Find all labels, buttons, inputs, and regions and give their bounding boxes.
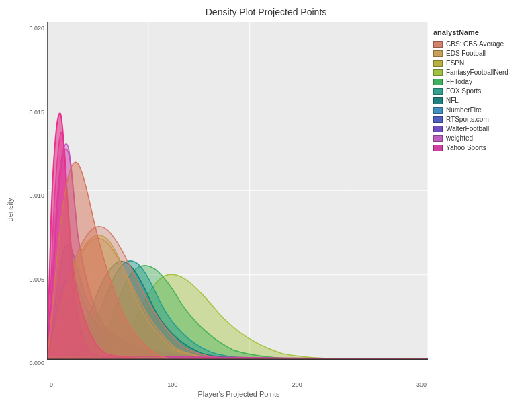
y-tick-0020: 0.020 <box>29 25 44 32</box>
chart-container: Density Plot Projected Points density 0.… <box>0 0 532 398</box>
legend-label-text: NFL <box>446 97 459 104</box>
legend-item: FOX Sports <box>433 87 527 95</box>
legend-label-text: RTSports.com <box>446 116 489 123</box>
y-axis-label-container: density <box>0 22 20 398</box>
legend-item: FantasyFootballNerd <box>433 69 527 76</box>
legend-color-swatch <box>433 60 443 67</box>
legend-label-text: FFToday <box>446 78 472 85</box>
legend-label-text: NumberFire <box>446 106 482 114</box>
legend-label-text: Yahoo Sports <box>446 144 486 151</box>
legend-color-swatch <box>433 126 443 132</box>
x-tick-200: 200 <box>292 381 302 388</box>
y-tick-0015: 0.015 <box>29 109 44 116</box>
chart-body: density 0.020 0.015 0.010 0.005 0.000 <box>0 22 532 398</box>
legend-item: WalterFootball <box>433 125 527 132</box>
legend-label-text: weighted <box>446 134 473 142</box>
legend-item: ESPN <box>433 59 527 67</box>
legend-title: analystName <box>433 28 527 36</box>
legend-color-swatch <box>433 50 443 57</box>
legend-label-text: CBS: CBS Average <box>446 40 504 48</box>
legend-color-swatch <box>433 97 443 104</box>
legend-item: Yahoo Sports <box>433 144 527 151</box>
legend-color-swatch <box>433 79 443 85</box>
plot-with-yaxis: 0.020 0.015 0.010 0.005 0.000 <box>20 22 428 381</box>
legend-item: NumberFire <box>433 106 527 114</box>
chart-title: Density Plot Projected Points <box>206 7 327 17</box>
legend-item: RTSports.com <box>433 116 527 123</box>
y-tick-0010: 0.010 <box>29 192 44 199</box>
density-plot-svg <box>47 22 428 381</box>
legend-items-container: CBS: CBS AverageEDS FootballESPNFantasyF… <box>433 40 527 151</box>
legend-item: weighted <box>433 134 527 142</box>
x-axis-area: 0 100 200 300 Player's Projected Points <box>20 381 428 398</box>
legend-color-swatch <box>433 88 443 95</box>
legend-label-text: FOX Sports <box>446 87 481 95</box>
legend-label-text: WalterFootball <box>446 125 489 132</box>
x-tick-0: 0 <box>50 381 53 388</box>
legend-label-text: FantasyFootballNerd <box>446 69 508 76</box>
plot-svg-container <box>47 22 428 381</box>
legend-item: NFL <box>433 97 527 104</box>
legend-color-swatch <box>433 69 443 76</box>
y-ticks: 0.020 0.015 0.010 0.005 0.000 <box>20 22 47 381</box>
legend-item: FFToday <box>433 78 527 85</box>
legend-label-text: EDS Football <box>446 50 486 57</box>
legend-color-swatch <box>433 145 443 151</box>
legend-item: EDS Football <box>433 50 527 57</box>
y-axis-label: density <box>6 198 14 222</box>
legend-item: CBS: CBS Average <box>433 40 527 48</box>
legend-color-swatch <box>433 116 443 123</box>
legend-color-swatch <box>433 41 443 48</box>
legend: analystName CBS: CBS AverageEDS Football… <box>428 22 532 398</box>
x-tick-300: 300 <box>416 381 427 388</box>
chart-and-legend: 0.020 0.015 0.010 0.005 0.000 <box>20 22 532 398</box>
y-tick-0005: 0.005 <box>29 276 44 283</box>
x-ticks: 0 100 200 300 <box>50 381 428 388</box>
x-tick-100: 100 <box>167 381 177 388</box>
legend-color-swatch <box>433 107 443 114</box>
legend-label-text: ESPN <box>446 59 464 67</box>
chart-plot-area: 0.020 0.015 0.010 0.005 0.000 <box>20 22 428 398</box>
y-tick-0000: 0.000 <box>29 360 44 366</box>
legend-color-swatch <box>433 135 443 142</box>
x-axis-label: Player's Projected Points <box>50 390 428 398</box>
